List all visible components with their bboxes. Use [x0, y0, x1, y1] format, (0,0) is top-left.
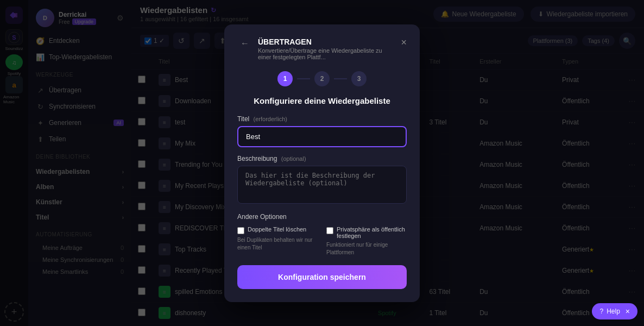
steps-indicator: 1 2 3: [237, 71, 407, 86]
step-2[interactable]: 2: [314, 71, 330, 86]
privacy-checkbox[interactable]: [326, 227, 333, 234]
title-required: (erforderlich): [254, 116, 287, 122]
modal-title-area: ÜBERTRAGEN Konvertiere/Übertrage eine Wi…: [258, 37, 395, 60]
title-input[interactable]: [237, 126, 407, 147]
modal-back-btn[interactable]: ←: [237, 37, 252, 49]
description-optional: (optional): [281, 155, 306, 162]
description-field: Beschreibung (optional): [237, 155, 407, 205]
option2-desc: Funktioniert nur für einige Plattformen: [326, 241, 407, 256]
save-config-btn[interactable]: Konfiguration speichern: [237, 265, 407, 289]
modal-title: ÜBERTRAGEN: [258, 37, 395, 46]
option1-desc: Bei Duplikaten behalten wir nur einen Ti…: [237, 236, 318, 252]
help-icon: ?: [599, 308, 603, 315]
other-options-title: Andere Optionen: [237, 213, 407, 221]
step-3[interactable]: 3: [351, 71, 367, 86]
description-label: Beschreibung (optional): [237, 155, 407, 162]
option-check-2: Privatsphäre als öffentlich festlegen: [326, 226, 407, 239]
description-textarea[interactable]: [237, 166, 407, 204]
step-1[interactable]: 1: [277, 71, 293, 86]
step-connector-1: [297, 78, 310, 79]
modal-subtitle: Konvertiere/Übertrage eine Wiedergabelis…: [258, 47, 395, 60]
option1-label: Doppelte Titel löschen: [248, 226, 306, 233]
option2-label: Privatsphäre als öffentlich festlegen: [337, 226, 407, 239]
option-check-1: Doppelte Titel löschen: [237, 226, 318, 234]
modal-overlay[interactable]: ← ÜBERTRAGEN Konvertiere/Übertrage eine …: [0, 0, 644, 326]
help-close-btn[interactable]: ×: [626, 307, 630, 316]
help-btn[interactable]: ? Help ×: [592, 303, 637, 319]
duplicate-checkbox[interactable]: [237, 227, 244, 234]
option-group-2: Privatsphäre als öffentlich festlegen Fu…: [326, 226, 407, 256]
option-group-1: Doppelte Titel löschen Bei Duplikaten be…: [237, 226, 318, 256]
modal-close-btn[interactable]: ×: [401, 37, 407, 47]
modal-header: ← ÜBERTRAGEN Konvertiere/Übertrage eine …: [237, 37, 407, 60]
transfer-modal: ← ÜBERTRAGEN Konvertiere/Übertrage eine …: [224, 24, 420, 302]
title-field: Titel (erforderlich): [237, 115, 407, 147]
title-label: Titel (erforderlich): [237, 115, 407, 123]
step-connector-2: [334, 78, 347, 79]
modal-section-title: Konfiguriere deine Wiedergabeliste: [237, 96, 407, 105]
options-row: Doppelte Titel löschen Bei Duplikaten be…: [237, 226, 407, 256]
